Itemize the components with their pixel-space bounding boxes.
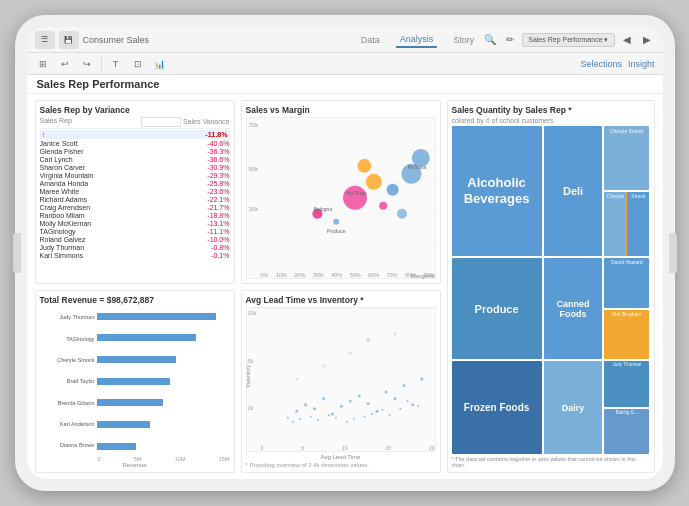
table-row: Karl Simmons-0.1% [40, 251, 230, 259]
x-axis-revenue-label: Revenue [40, 462, 230, 468]
table-row: Sharon Carver-30.9% [40, 163, 230, 171]
treemap-cell-judy[interactable]: Judy Thurman [604, 361, 649, 406]
x-axis-title: Margin% [411, 273, 435, 279]
tab-data[interactable]: Data [357, 33, 384, 47]
svg-point-23 [339, 404, 342, 407]
treemap-cell-mel[interactable]: Mel Bingham [604, 310, 649, 360]
svg-point-7 [386, 184, 398, 196]
scatter-chart[interactable]: 70k 50k 30k [246, 117, 436, 279]
toolbar-separator [101, 57, 102, 71]
edit-pencil-icon[interactable]: ✏ [502, 32, 518, 48]
svg-point-28 [384, 390, 387, 393]
scatter-svg: Hot Dogs Bologna Produce PnSalsa [261, 118, 441, 278]
svg-point-40 [345, 420, 347, 422]
svg-point-45 [388, 414, 390, 416]
chart-icon[interactable]: 📊 [152, 56, 168, 72]
svg-point-49 [295, 377, 298, 380]
bar-3 [97, 356, 177, 363]
treemap-title: Sales Quantity by Sales Rep * [452, 105, 650, 115]
svg-point-47 [406, 399, 408, 401]
svg-text:Bologna: Bologna [313, 206, 332, 212]
charts-grid: Sales Rep by Variance Sales Rep Sales Va… [35, 100, 655, 473]
selections-action[interactable]: Selections [580, 59, 622, 69]
treemap-cell-frozen[interactable]: Frozen Foods [452, 361, 542, 454]
tab-story[interactable]: Story [449, 33, 478, 47]
sales-rep-dropdown[interactable]: Sales Rep Performance ▾ [522, 33, 614, 47]
svg-point-39 [335, 416, 337, 418]
layout-icon[interactable]: ⊡ [130, 56, 146, 72]
search-icon[interactable]: 🔍 [482, 32, 498, 48]
variance-search[interactable] [141, 117, 181, 127]
treemap-cell-baking[interactable]: Baking G... [604, 409, 649, 454]
app-title: Consumer Sales [83, 35, 150, 45]
highlight-row: ↑ -11.8% [40, 130, 230, 139]
treemap-cell-produce[interactable]: Produce [452, 258, 542, 360]
sales-vs-margin-panel: Sales vs Margin 70k 50k 30k [241, 100, 441, 284]
svg-point-30 [402, 383, 405, 386]
total-revenue-panel: Total Revenue = $98,672,887 Judy Thurman… [35, 290, 235, 474]
svg-point-12 [397, 209, 407, 219]
svg-point-37 [317, 419, 319, 421]
bar-chart-area[interactable]: Judy Thurman TAGinology Cheryle Smock Br… [40, 307, 230, 457]
treemap-small-top: Cheryle Smock Cheryle Streck [604, 126, 649, 256]
treemap-cell-small2[interactable]: Cheryle Streck [604, 192, 649, 256]
svg-point-22 [330, 412, 333, 415]
grid-icon[interactable]: ⊞ [35, 56, 51, 72]
table-row: Molly McKiernan-13.1% [40, 219, 230, 227]
treemap-subtitle: colored by # of school customers [452, 117, 650, 124]
svg-text:PnSalsa: PnSalsa [407, 164, 426, 170]
svg-point-36 [310, 415, 312, 417]
treemap-cell-dairy[interactable]: Dairy [544, 361, 603, 454]
treemap-cell-david[interactable]: David Howard [604, 258, 649, 308]
tablet-frame: ☰ 💾 Consumer Sales Data Analysis Story 🔍… [15, 15, 675, 491]
svg-point-52 [366, 338, 370, 342]
treemap-small-mid: David Howard Mel Bingham [604, 258, 649, 360]
svg-point-6 [365, 174, 381, 190]
text-icon[interactable]: T [108, 56, 124, 72]
redo-icon[interactable]: ↪ [79, 56, 95, 72]
bar-7 [97, 443, 137, 450]
svg-point-29 [393, 396, 396, 399]
bar-4 [97, 378, 170, 385]
table-row: Carl Lynch-36.6% [40, 155, 230, 163]
insight-action[interactable]: Insight [628, 59, 655, 69]
table-row: Janice Scott-40.6% [40, 139, 230, 147]
tab-analysis[interactable]: Analysis [396, 32, 438, 48]
page-title: Sales Rep Performance [37, 78, 160, 90]
svg-point-46 [399, 407, 401, 409]
treemap-cell-alcoholic[interactable]: Alcoholic Beverages [452, 126, 542, 256]
tab-bar: Data Analysis Story [357, 32, 479, 48]
svg-point-35 [299, 418, 301, 420]
volume-button[interactable] [669, 233, 677, 273]
table-row: TAGinology-11.1% [40, 227, 230, 235]
bar-1 [97, 313, 217, 320]
svg-point-24 [348, 399, 351, 402]
save-icon[interactable]: 💾 [59, 31, 79, 49]
variance-header: Sales Variance [183, 118, 230, 125]
y-axis-label: 70k [249, 122, 259, 128]
avg-lead-time-panel: Avg Lead Time vs Inventory * 10k 5k 2k I… [241, 290, 441, 474]
table-row: Glenda Fisher-36.3% [40, 147, 230, 155]
forward-icon[interactable]: ▶ [639, 32, 655, 48]
treemap-cell-deli[interactable]: Deli [544, 126, 603, 256]
back-icon[interactable]: ◀ [619, 32, 635, 48]
svg-point-11 [357, 159, 371, 173]
lead-y-mid: 5k [248, 358, 254, 364]
treemap-cell-small1[interactable]: Cheryle Smock [604, 126, 649, 190]
bar-2 [97, 334, 197, 341]
bar-5 [97, 399, 164, 406]
svg-point-10 [333, 219, 339, 225]
treemap-footnote: * The data set contains negative or zero… [452, 456, 650, 468]
svg-point-44 [381, 409, 383, 411]
lead-scatter-chart[interactable]: 10k 5k 2k Inventory [246, 307, 436, 453]
svg-point-26 [366, 402, 369, 405]
power-button[interactable] [13, 233, 21, 273]
undo-icon[interactable]: ↩ [57, 56, 73, 72]
treemap-small-bot: Judy Thurman Baking G... [604, 361, 649, 454]
table-row: Judy Thurman-0.8% [40, 243, 230, 251]
table-row: Virginia Mountain-29.3% [40, 171, 230, 179]
bar-y-labels: Judy Thurman TAGinology Cheryle Smock Br… [40, 307, 95, 457]
menu-icon[interactable]: ☰ [35, 31, 55, 49]
treemap-grid: Alcoholic Beverages Deli Cheryle Smock [452, 126, 650, 454]
treemap-cell-canned[interactable]: Canned Foods [544, 258, 603, 360]
